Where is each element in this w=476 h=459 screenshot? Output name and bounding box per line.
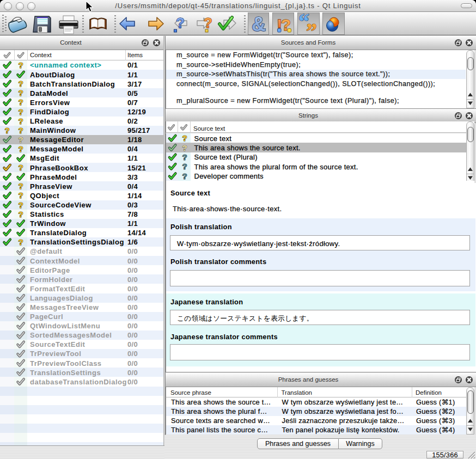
svg-text:?: ? — [18, 107, 23, 117]
svg-text:?: ? — [18, 97, 23, 107]
svg-text:?: ? — [18, 79, 23, 88]
svg-text:?: ? — [4, 126, 9, 135]
svg-text:?: ? — [18, 163, 23, 172]
svg-text:?: ? — [18, 88, 23, 97]
svg-text:?: ? — [18, 210, 23, 219]
svg-text:?: ? — [18, 200, 23, 210]
svg-text:?: ? — [182, 172, 187, 181]
svg-text:?: ? — [18, 135, 23, 144]
svg-text:?: ? — [18, 117, 23, 126]
svg-text:?: ? — [18, 191, 23, 200]
svg-text:?: ? — [176, 15, 185, 31]
svg-text:?: ? — [182, 152, 187, 162]
svg-text:?: ? — [18, 144, 23, 154]
svg-text:?: ? — [18, 126, 23, 135]
svg-text:?: ? — [18, 181, 23, 191]
svg-text:?: ? — [182, 143, 187, 152]
svg-text:?: ? — [18, 60, 23, 70]
svg-text:?: ? — [182, 133, 187, 143]
svg-text:?: ? — [182, 162, 187, 171]
svg-text:&: & — [252, 13, 266, 35]
svg-text:?: ? — [204, 15, 212, 31]
svg-text:?: ? — [18, 237, 23, 247]
